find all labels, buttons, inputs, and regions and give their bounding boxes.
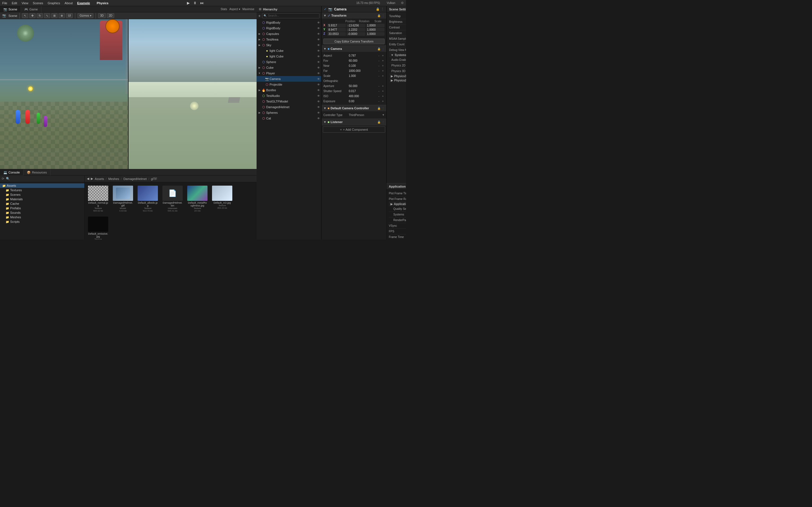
file-item-4[interactable]: Default_metalRoughness.jpg Texture 24 mb [186,184,209,213]
file-item-0[interactable]: Default_normal.jpg Texture 505.62 kb [87,184,109,213]
camera-controller-header[interactable]: ▼ ■ Default Camera Controller 🔒 ⋮ [322,105,386,111]
h-item-testgltf[interactable]: ⬡ TestGLTFModel 👁 [257,99,321,104]
menu-edit[interactable]: Edit [12,1,17,5]
stats-btn[interactable]: Stats [221,8,227,11]
h-item-bonfire[interactable]: ▶ 🔥 Bonfire 👁 [257,87,321,93]
tree-item-textures[interactable]: 📁 Textures [0,188,84,192]
physics2d-section[interactable]: ▶ Physics2D [389,78,406,82]
toolbar-ui[interactable]: UI [66,13,73,18]
h-item-camera[interactable]: 📷 Camera 👁 [257,76,321,82]
tree-item-scripts[interactable]: 📁 Scripts [0,219,84,224]
systems-section[interactable]: ▼ Systems [389,53,406,57]
far-minus[interactable]: - [377,69,380,72]
exposure-minus[interactable]: - [377,100,380,103]
near-minus[interactable]: - [377,64,380,67]
camera-header[interactable]: ▼ ■ Camera 🔒 ⋮ [322,46,386,52]
far-plus[interactable]: + [381,69,385,72]
tree-item-materials[interactable]: 📁 Materials [0,197,84,202]
scene-viewport-right[interactable] [129,19,257,169]
tree-item-assets[interactable]: 📁 Assets [0,183,84,188]
h-item-player[interactable]: ▼ ⬡ Player 👁 [257,70,321,76]
add-component-btn[interactable]: + + Add Component [323,126,385,133]
sync-icon[interactable]: ⟳ [2,177,4,180]
scene-viewport-left[interactable] [0,19,128,169]
menu-physics[interactable]: Physics [97,1,109,5]
breadcrumb-meshes[interactable]: Meshes [108,177,119,180]
toolbar-transform[interactable]: ⊞ [51,13,57,18]
plot-frame-time-row[interactable]: Plot Frame Time [389,191,406,196]
h-item-capsules[interactable]: ▶ ⬡ Capsules 👁 [257,31,321,37]
tab-scene[interactable]: 📷Scene [0,6,21,12]
transform-lock[interactable]: 🔒 [377,14,380,17]
tab-console[interactable]: 💻Console [0,169,23,175]
controller-type-dropdown[interactable]: ▼ [382,114,385,116]
menu-about[interactable]: About [64,1,73,5]
copy-editor-btn[interactable]: Copy Editor Camera Transform [323,39,385,44]
forward-button[interactable]: ⏭ [200,1,204,5]
tree-item-meshes[interactable]: 📁 Meshes [0,215,84,219]
toolbar-select[interactable]: ↖ [22,13,28,18]
inspector-check[interactable]: ✓ [324,7,326,11]
menu-scenes[interactable]: Scenes [33,1,43,5]
tree-item-cache[interactable]: 📁 Cache [0,202,84,206]
camera-menu[interactable]: ⋮ [382,47,385,50]
h-item-rigidbody1[interactable]: ⬡ RigidBody 👁 [257,20,321,25]
file-item-6[interactable]: Default_emissive.jpg Texture 95.21 kb [87,216,109,239]
iso-plus[interactable]: + [381,95,385,98]
file-item-1[interactable]: DamagedHelmet.gltf Model 4.43 kb [112,184,134,213]
iso-minus[interactable]: - [377,95,380,98]
breadcrumb-back[interactable]: ◀ [87,177,89,180]
maximise-btn[interactable]: Maximise [243,8,254,11]
breadcrumb-assets[interactable]: Assets [95,177,104,180]
shutter-minus[interactable]: - [377,90,380,93]
listener-menu[interactable]: ⋮ [382,121,385,124]
search-icon[interactable]: 🔍 [6,177,10,180]
menu-file[interactable]: File [2,1,7,5]
tab-resources[interactable]: 📦Resources [23,169,50,175]
h-item-lightcube1[interactable]: ● light Cube 👁 [257,48,321,54]
tree-item-sounds[interactable]: 📁 Sounds [0,210,84,215]
fov-minus[interactable]: - [377,59,380,62]
h-item-cube[interactable]: ▶ ⬡ Cube 👁 [257,65,321,70]
menu-view[interactable]: View [22,1,29,5]
file-item-3[interactable]: 📄 DamagedHelmet.bin Unknown 545.41 kb [161,184,184,213]
h-item-testarea[interactable]: ▶ ⬡ TestArea 👁 [257,37,321,42]
inspector-lock[interactable]: 🔒 [376,7,380,11]
toolbar-move[interactable]: ✥ [29,13,36,18]
play-button[interactable]: ▶ [187,1,190,5]
transform-menu[interactable]: ⋮ [382,14,385,17]
exposure-plus[interactable]: + [381,100,385,103]
camera-lock[interactable]: 🔒 [377,47,380,50]
tree-item-scenes[interactable]: 📁 Scenes [0,192,84,197]
fov-plus[interactable]: + [381,59,385,62]
aperture-plus[interactable]: + [381,84,385,88]
toolbar-rotate[interactable]: ↻ [37,13,43,18]
menu-example[interactable]: Example [77,1,90,5]
view2d-btn[interactable]: 2D [107,13,114,18]
add-entity-btn[interactable]: + [258,13,260,18]
plot-frame-rate-row[interactable]: Plot Frame Rate [389,196,406,202]
h-item-damagedhelmet[interactable]: ⬡ DamagedHelmet 👁 [257,104,321,110]
aspect-plus[interactable]: + [381,54,385,57]
transform-header[interactable]: ▼ ⤢ Transform 🔒 ⋮ [322,12,386,18]
tab-game[interactable]: 🎮Game [21,6,42,12]
pause-button[interactable]: ⏸ [193,1,197,5]
view3d-btn[interactable]: 3D [98,13,106,18]
shutter-plus[interactable]: + [381,90,385,93]
h-item-rigidbody2[interactable]: ⬡ RigidBody 👁 [257,25,321,31]
controller-menu[interactable]: ⋮ [382,107,385,110]
aspect-btn[interactable]: Aspect ▾ [229,8,240,11]
tree-item-prefabs[interactable]: 📁 Prefabs [0,206,84,210]
cam-scale-minus[interactable]: - [377,74,380,77]
cam-scale-plus[interactable]: + [381,74,385,77]
h-item-testaudio[interactable]: ⬡ TestAudio 👁 [257,93,321,99]
breadcrumb-gltf[interactable]: glTF [151,177,157,180]
aspect-minus[interactable]: - [377,54,380,57]
file-item-5[interactable]: Default_AO.jpg Texture 353.20 kb [211,184,234,213]
breadcrumb-damaged-helmet[interactable]: DamagedHelmet [123,177,147,180]
h-item-spheres[interactable]: ▶ ⬡ Spheres 👁 [257,110,321,115]
menu-graphics[interactable]: Graphics [48,1,60,5]
listener-lock[interactable]: 🔒 [377,121,380,124]
controller-lock[interactable]: 🔒 [377,107,380,110]
h-item-lightcube2[interactable]: ● light Cube 👁 [257,54,321,59]
